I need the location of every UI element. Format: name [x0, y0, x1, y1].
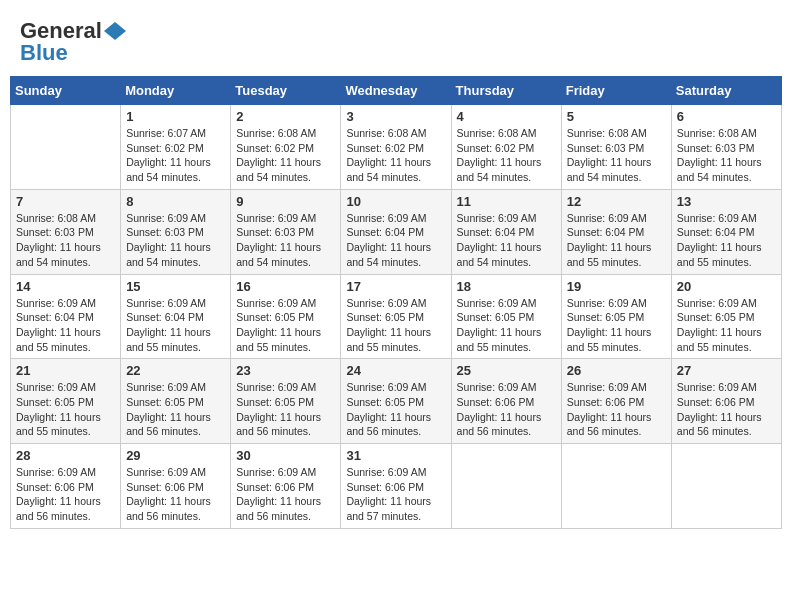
- day-info: Sunrise: 6:09 AMSunset: 6:05 PMDaylight:…: [457, 296, 556, 355]
- day-number: 10: [346, 194, 445, 209]
- day-number: 8: [126, 194, 225, 209]
- day-info: Sunrise: 6:09 AMSunset: 6:04 PMDaylight:…: [677, 211, 776, 270]
- day-number: 31: [346, 448, 445, 463]
- day-number: 28: [16, 448, 115, 463]
- calendar-header-row: SundayMondayTuesdayWednesdayThursdayFrid…: [11, 77, 782, 105]
- calendar-table: SundayMondayTuesdayWednesdayThursdayFrid…: [10, 76, 782, 529]
- calendar-week-row: 28Sunrise: 6:09 AMSunset: 6:06 PMDayligh…: [11, 444, 782, 529]
- day-info: Sunrise: 6:09 AMSunset: 6:05 PMDaylight:…: [567, 296, 666, 355]
- day-number: 17: [346, 279, 445, 294]
- day-number: 4: [457, 109, 556, 124]
- weekday-header: Monday: [121, 77, 231, 105]
- day-number: 29: [126, 448, 225, 463]
- calendar-week-row: 1Sunrise: 6:07 AMSunset: 6:02 PMDaylight…: [11, 105, 782, 190]
- calendar-cell: 6Sunrise: 6:08 AMSunset: 6:03 PMDaylight…: [671, 105, 781, 190]
- day-info: Sunrise: 6:09 AMSunset: 6:06 PMDaylight:…: [126, 465, 225, 524]
- day-info: Sunrise: 6:08 AMSunset: 6:02 PMDaylight:…: [236, 126, 335, 185]
- day-info: Sunrise: 6:09 AMSunset: 6:06 PMDaylight:…: [346, 465, 445, 524]
- day-info: Sunrise: 6:09 AMSunset: 6:05 PMDaylight:…: [236, 296, 335, 355]
- day-number: 9: [236, 194, 335, 209]
- day-number: 30: [236, 448, 335, 463]
- calendar-cell: 11Sunrise: 6:09 AMSunset: 6:04 PMDayligh…: [451, 189, 561, 274]
- day-number: 13: [677, 194, 776, 209]
- calendar-cell: 19Sunrise: 6:09 AMSunset: 6:05 PMDayligh…: [561, 274, 671, 359]
- logo-icon: [104, 22, 126, 40]
- calendar-cell: 7Sunrise: 6:08 AMSunset: 6:03 PMDaylight…: [11, 189, 121, 274]
- day-number: 6: [677, 109, 776, 124]
- calendar-cell: 16Sunrise: 6:09 AMSunset: 6:05 PMDayligh…: [231, 274, 341, 359]
- weekday-header: Tuesday: [231, 77, 341, 105]
- day-info: Sunrise: 6:08 AMSunset: 6:03 PMDaylight:…: [567, 126, 666, 185]
- day-number: 15: [126, 279, 225, 294]
- day-info: Sunrise: 6:09 AMSunset: 6:06 PMDaylight:…: [567, 380, 666, 439]
- weekday-header: Thursday: [451, 77, 561, 105]
- calendar-cell: 26Sunrise: 6:09 AMSunset: 6:06 PMDayligh…: [561, 359, 671, 444]
- day-number: 7: [16, 194, 115, 209]
- day-number: 16: [236, 279, 335, 294]
- calendar-cell: 17Sunrise: 6:09 AMSunset: 6:05 PMDayligh…: [341, 274, 451, 359]
- day-number: 1: [126, 109, 225, 124]
- calendar-week-row: 21Sunrise: 6:09 AMSunset: 6:05 PMDayligh…: [11, 359, 782, 444]
- day-number: 11: [457, 194, 556, 209]
- calendar-week-row: 7Sunrise: 6:08 AMSunset: 6:03 PMDaylight…: [11, 189, 782, 274]
- day-info: Sunrise: 6:08 AMSunset: 6:03 PMDaylight:…: [677, 126, 776, 185]
- calendar-cell: [561, 444, 671, 529]
- day-info: Sunrise: 6:08 AMSunset: 6:02 PMDaylight:…: [346, 126, 445, 185]
- day-number: 14: [16, 279, 115, 294]
- page-header: General Blue: [10, 10, 782, 71]
- calendar-cell: 22Sunrise: 6:09 AMSunset: 6:05 PMDayligh…: [121, 359, 231, 444]
- day-info: Sunrise: 6:09 AMSunset: 6:04 PMDaylight:…: [16, 296, 115, 355]
- day-number: 2: [236, 109, 335, 124]
- day-info: Sunrise: 6:08 AMSunset: 6:02 PMDaylight:…: [457, 126, 556, 185]
- day-info: Sunrise: 6:09 AMSunset: 6:05 PMDaylight:…: [346, 380, 445, 439]
- calendar-cell: 4Sunrise: 6:08 AMSunset: 6:02 PMDaylight…: [451, 105, 561, 190]
- day-number: 5: [567, 109, 666, 124]
- day-number: 26: [567, 363, 666, 378]
- calendar-cell: 25Sunrise: 6:09 AMSunset: 6:06 PMDayligh…: [451, 359, 561, 444]
- day-info: Sunrise: 6:08 AMSunset: 6:03 PMDaylight:…: [16, 211, 115, 270]
- day-number: 23: [236, 363, 335, 378]
- day-info: Sunrise: 6:09 AMSunset: 6:06 PMDaylight:…: [236, 465, 335, 524]
- day-number: 18: [457, 279, 556, 294]
- calendar-cell: 21Sunrise: 6:09 AMSunset: 6:05 PMDayligh…: [11, 359, 121, 444]
- weekday-header: Saturday: [671, 77, 781, 105]
- day-number: 27: [677, 363, 776, 378]
- calendar-cell: 15Sunrise: 6:09 AMSunset: 6:04 PMDayligh…: [121, 274, 231, 359]
- day-info: Sunrise: 6:09 AMSunset: 6:04 PMDaylight:…: [126, 296, 225, 355]
- calendar-cell: 20Sunrise: 6:09 AMSunset: 6:05 PMDayligh…: [671, 274, 781, 359]
- logo: General Blue: [20, 18, 126, 66]
- calendar-cell: 9Sunrise: 6:09 AMSunset: 6:03 PMDaylight…: [231, 189, 341, 274]
- day-info: Sunrise: 6:09 AMSunset: 6:05 PMDaylight:…: [126, 380, 225, 439]
- weekday-header: Wednesday: [341, 77, 451, 105]
- calendar-week-row: 14Sunrise: 6:09 AMSunset: 6:04 PMDayligh…: [11, 274, 782, 359]
- day-number: 22: [126, 363, 225, 378]
- day-info: Sunrise: 6:09 AMSunset: 6:06 PMDaylight:…: [457, 380, 556, 439]
- calendar-cell: 30Sunrise: 6:09 AMSunset: 6:06 PMDayligh…: [231, 444, 341, 529]
- calendar-cell: 31Sunrise: 6:09 AMSunset: 6:06 PMDayligh…: [341, 444, 451, 529]
- calendar-cell: 27Sunrise: 6:09 AMSunset: 6:06 PMDayligh…: [671, 359, 781, 444]
- calendar-cell: [671, 444, 781, 529]
- calendar-cell: 12Sunrise: 6:09 AMSunset: 6:04 PMDayligh…: [561, 189, 671, 274]
- day-number: 25: [457, 363, 556, 378]
- day-info: Sunrise: 6:09 AMSunset: 6:03 PMDaylight:…: [236, 211, 335, 270]
- calendar-cell: 13Sunrise: 6:09 AMSunset: 6:04 PMDayligh…: [671, 189, 781, 274]
- day-info: Sunrise: 6:09 AMSunset: 6:06 PMDaylight:…: [16, 465, 115, 524]
- day-info: Sunrise: 6:09 AMSunset: 6:04 PMDaylight:…: [457, 211, 556, 270]
- day-info: Sunrise: 6:07 AMSunset: 6:02 PMDaylight:…: [126, 126, 225, 185]
- calendar-cell: 8Sunrise: 6:09 AMSunset: 6:03 PMDaylight…: [121, 189, 231, 274]
- calendar-cell: 1Sunrise: 6:07 AMSunset: 6:02 PMDaylight…: [121, 105, 231, 190]
- calendar-cell: 28Sunrise: 6:09 AMSunset: 6:06 PMDayligh…: [11, 444, 121, 529]
- svg-marker-0: [104, 22, 126, 40]
- calendar-cell: [451, 444, 561, 529]
- weekday-header: Sunday: [11, 77, 121, 105]
- calendar-cell: 5Sunrise: 6:08 AMSunset: 6:03 PMDaylight…: [561, 105, 671, 190]
- day-number: 20: [677, 279, 776, 294]
- logo-blue: Blue: [20, 40, 68, 66]
- day-info: Sunrise: 6:09 AMSunset: 6:06 PMDaylight:…: [677, 380, 776, 439]
- weekday-header: Friday: [561, 77, 671, 105]
- calendar-cell: 3Sunrise: 6:08 AMSunset: 6:02 PMDaylight…: [341, 105, 451, 190]
- day-number: 12: [567, 194, 666, 209]
- day-info: Sunrise: 6:09 AMSunset: 6:04 PMDaylight:…: [346, 211, 445, 270]
- day-info: Sunrise: 6:09 AMSunset: 6:03 PMDaylight:…: [126, 211, 225, 270]
- calendar-cell: 24Sunrise: 6:09 AMSunset: 6:05 PMDayligh…: [341, 359, 451, 444]
